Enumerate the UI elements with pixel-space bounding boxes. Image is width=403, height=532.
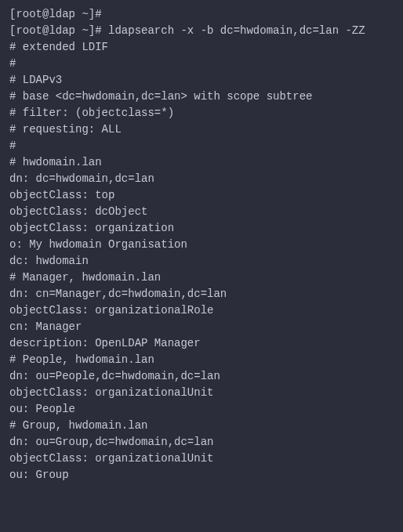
terminal-output[interactable]: [root@ldap ~]# [root@ldap ~]# ldapsearch… [9,6,394,483]
output-line: dn: ou=People,dc=hwdomain,dc=lan [9,368,394,385]
output-line: # Group, hwdomain.lan [9,418,394,434]
output-line: dn: cn=Manager,dc=hwdomain,dc=lan [9,286,394,302]
output-line: # Manager, hwdomain.lan [9,270,394,286]
output-line: # requesting: ALL [9,121,394,138]
output-line: # [9,56,394,72]
output-line: dn: ou=Group,dc=hwdomain,dc=lan [9,434,394,451]
output-line: cn: Manager [9,319,394,335]
output-line: # base <dc=hwdomain,dc=lan> with scope s… [9,89,394,105]
output-line: o: My hwdomain Organisation [9,237,394,253]
output-line: objectClass: top [9,187,394,204]
output-line: # hwdomain.lan [9,154,394,171]
output-line: # [9,138,394,154]
prompt-line-empty: [root@ldap ~]# [9,6,394,23]
output-line: objectClass: organizationalUnit [9,451,394,467]
output-line: dc: hwdomain [9,253,394,270]
output-line: dn: dc=hwdomain,dc=lan [9,171,394,187]
output-line: # extended LDIF [9,39,394,56]
output-line: # filter: (objectclass=*) [9,105,394,121]
output-line: # LDAPv3 [9,72,394,89]
output-line: description: OpenLDAP Manager [9,335,394,352]
output-line: objectClass: dcObject [9,204,394,220]
output-line: ou: People [9,401,394,418]
prompt-line-command: [root@ldap ~]# ldapsearch -x -b dc=hwdom… [9,23,394,39]
output-line: objectClass: organizationalRole [9,302,394,319]
output-line: ou: Group [9,467,394,483]
output-line: objectClass: organization [9,220,394,237]
output-line: objectClass: organizationalUnit [9,385,394,401]
output-line: # People, hwdomain.lan [9,352,394,368]
